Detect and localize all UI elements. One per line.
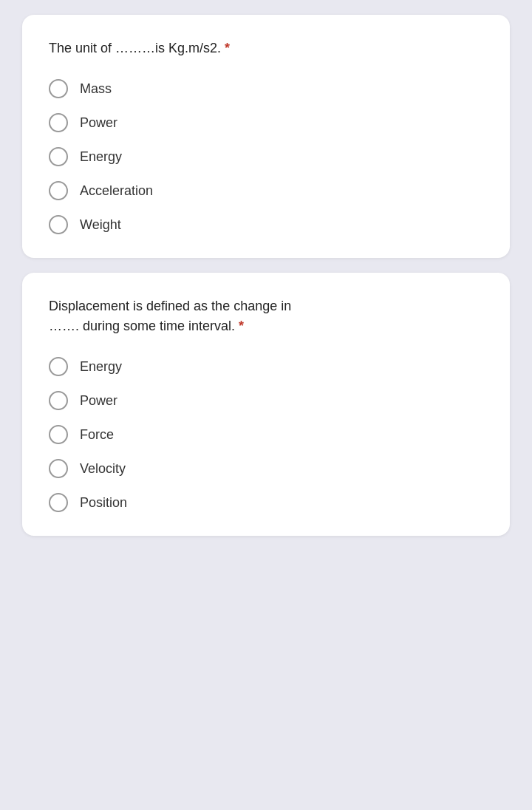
question-card-2: Displacement is defined as the change in… xyxy=(22,273,510,536)
option-label-mass: Mass xyxy=(80,81,112,97)
list-item[interactable]: Power xyxy=(49,391,483,410)
question-1-options: Mass Power Energy Acceleration Weight xyxy=(49,79,483,234)
option-label-power: Power xyxy=(80,115,117,131)
radio-q2-power[interactable] xyxy=(49,391,68,410)
option-label-energy: Energy xyxy=(80,149,122,165)
list-item[interactable]: Power xyxy=(49,113,483,132)
radio-q2-velocity[interactable] xyxy=(49,459,68,478)
question-2-line1: Displacement is defined as the change in xyxy=(49,299,291,313)
radio-q1-mass[interactable] xyxy=(49,79,68,98)
option-label-velocity: Velocity xyxy=(80,461,126,477)
question-2-options: Energy Power Force Velocity Position xyxy=(49,357,483,512)
list-item[interactable]: Energy xyxy=(49,357,483,376)
question-2-text: Displacement is defined as the change in… xyxy=(49,296,483,336)
question-2-required: * xyxy=(239,319,244,333)
list-item[interactable]: Force xyxy=(49,425,483,444)
question-1-required: * xyxy=(225,41,230,55)
radio-q2-position[interactable] xyxy=(49,493,68,512)
option-label-force: Force xyxy=(80,427,114,443)
list-item[interactable]: Weight xyxy=(49,215,483,234)
radio-q1-acceleration[interactable] xyxy=(49,181,68,200)
radio-q1-weight[interactable] xyxy=(49,215,68,234)
radio-q1-power[interactable] xyxy=(49,113,68,132)
option-label-energy-2: Energy xyxy=(80,359,122,375)
radio-q2-energy[interactable] xyxy=(49,357,68,376)
list-item[interactable]: Position xyxy=(49,493,483,512)
question-card-1: The unit of ………is Kg.m/s2. * Mass Power … xyxy=(22,15,510,258)
radio-q2-force[interactable] xyxy=(49,425,68,444)
list-item[interactable]: Velocity xyxy=(49,459,483,478)
question-2-line2: ……. during some time interval. xyxy=(49,319,235,333)
list-item[interactable]: Mass xyxy=(49,79,483,98)
radio-q1-energy[interactable] xyxy=(49,147,68,166)
option-label-weight: Weight xyxy=(80,217,121,233)
question-1-body: The unit of ………is Kg.m/s2. xyxy=(49,41,221,55)
option-label-acceleration: Acceleration xyxy=(80,183,153,199)
question-1-text: The unit of ………is Kg.m/s2. * xyxy=(49,38,483,58)
option-label-position: Position xyxy=(80,495,127,511)
list-item[interactable]: Acceleration xyxy=(49,181,483,200)
list-item[interactable]: Energy xyxy=(49,147,483,166)
option-label-power-2: Power xyxy=(80,393,117,409)
